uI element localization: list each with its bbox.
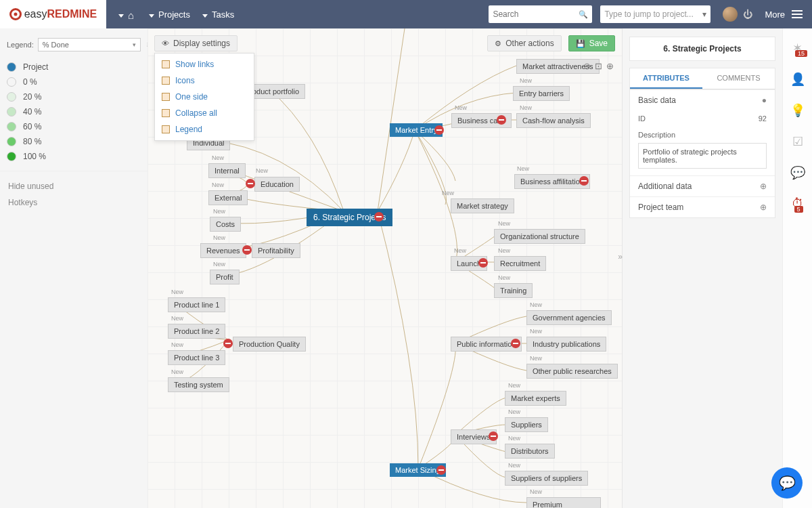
display-settings-button[interactable]: Display settings <box>154 35 238 51</box>
collapse-icon[interactable] <box>374 212 384 221</box>
expand-icon[interactable]: ⊕ <box>760 203 767 212</box>
collapse-icon[interactable] <box>242 245 252 255</box>
legend-dot <box>7 107 16 117</box>
mindmap-canvas[interactable]: Display settings Other actions Save Show… <box>148 28 622 508</box>
dropdown-item[interactable]: Collapse all <box>155 105 254 121</box>
node[interactable]: Organizational structure <box>494 229 585 244</box>
node[interactable]: Recruitment <box>494 256 546 271</box>
collapse-icon[interactable] <box>579 176 589 186</box>
collapse-icon[interactable] <box>436 465 446 475</box>
timer-icon[interactable]: ⏱5 <box>792 196 804 211</box>
power-icon[interactable] <box>738 9 752 20</box>
bulb-icon[interactable]: 💡 <box>790 103 805 118</box>
node[interactable]: Other public researches <box>526 364 618 379</box>
node[interactable]: Market strategy <box>451 198 514 213</box>
dropdown-item[interactable]: Show links <box>155 56 254 72</box>
node[interactable]: Market experts <box>505 391 566 406</box>
hotkeys[interactable]: Hotkeys <box>8 194 139 211</box>
dropdown-item-icon <box>162 93 170 101</box>
search-input[interactable] <box>493 9 579 19</box>
node[interactable]: Product line 2 <box>168 324 225 339</box>
node[interactable]: Internal <box>208 163 246 178</box>
nav-expand[interactable] <box>118 9 137 20</box>
legend-row: 60 % <box>7 119 141 134</box>
more-menu[interactable]: More <box>765 9 785 20</box>
chat-icon[interactable]: 💬 <box>790 165 805 180</box>
legend-row: 100 % <box>7 149 141 164</box>
section-team[interactable]: Project team⊕ <box>630 196 775 217</box>
status-label: New <box>213 208 225 215</box>
status-label: New <box>498 220 510 227</box>
collapse-icon[interactable] <box>511 339 520 348</box>
nav-projects[interactable]: Projects <box>149 9 190 20</box>
other-actions-button[interactable]: Other actions <box>487 35 561 51</box>
node[interactable]: Product line 3 <box>168 350 225 365</box>
node[interactable]: Suppliers of suppliers <box>505 471 588 486</box>
legend-select[interactable]: % Done <box>38 38 141 51</box>
node[interactable]: Product line 1 <box>168 297 225 312</box>
save-button[interactable]: Save <box>568 35 615 51</box>
status-label: New <box>517 165 529 172</box>
collapse-icon[interactable] <box>489 431 498 441</box>
collapse-icon[interactable] <box>434 125 444 135</box>
node[interactable]: Government agencies <box>526 310 612 325</box>
search-box[interactable] <box>489 5 592 23</box>
node[interactable]: External <box>208 190 248 205</box>
dropdown-item[interactable]: Legend <box>155 121 254 137</box>
activity-icon[interactable]: ✶15 <box>792 41 803 56</box>
expand-icon[interactable]: ⊕ <box>760 182 767 191</box>
tab-comments[interactable]: COMMENTS <box>702 68 775 89</box>
support-chat-fab[interactable]: 💬 <box>771 467 803 499</box>
nav-tasks[interactable]: Tasks <box>202 9 234 20</box>
zoom-out-icon[interactable]: ⊖ <box>583 61 591 71</box>
dropdown-item[interactable]: One side <box>155 89 254 105</box>
chevron-down-icon <box>149 9 154 20</box>
node[interactable]: Cash-flow analysis <box>516 113 591 128</box>
chevron-down-icon <box>118 9 124 20</box>
legend-list: Project0 %20 %40 %60 %80 %100 % <box>0 57 148 171</box>
node[interactable]: Distributors <box>505 444 555 459</box>
node[interactable]: Production Quality <box>233 337 306 352</box>
status-label: New <box>171 289 183 295</box>
status-label: New <box>498 274 510 281</box>
legend-dot <box>7 137 16 146</box>
description-box[interactable]: Portfolio of strategic projects template… <box>638 143 767 169</box>
logo[interactable]: easyREDMINE <box>0 0 106 28</box>
project-jump[interactable]: Type to jump to project... <box>600 5 710 23</box>
status-label: New <box>213 234 225 241</box>
node[interactable]: Costs <box>210 217 241 232</box>
node[interactable]: Industry publications <box>526 337 606 352</box>
node[interactable]: Suppliers <box>505 417 548 432</box>
zoom-fit-icon[interactable]: ⊡ <box>595 61 602 71</box>
node[interactable]: Entry barriers <box>513 86 570 101</box>
section-additional[interactable]: Additional data⊕ <box>630 175 775 196</box>
id-label: ID <box>638 114 646 123</box>
hide-unused[interactable]: Hide unused <box>8 178 139 194</box>
node[interactable]: Profitability <box>252 243 300 258</box>
dropdown-item[interactable]: Icons <box>155 72 254 89</box>
node[interactable]: Testing system <box>168 377 229 392</box>
collapse-icon[interactable]: ● <box>762 96 767 105</box>
node[interactable]: Education <box>254 177 300 192</box>
node[interactable]: Training <box>494 283 533 298</box>
node[interactable]: Revenues <box>200 243 246 258</box>
hamburger-icon[interactable] <box>792 10 803 18</box>
user-icon[interactable]: 👤 <box>790 72 805 87</box>
node[interactable]: Profit <box>210 270 240 284</box>
collapse-icon[interactable] <box>246 179 255 188</box>
zoom-in-icon[interactable]: ⊕ <box>606 61 614 71</box>
collapse-icon[interactable] <box>223 339 233 348</box>
checklist-icon[interactable]: ☑ <box>792 134 803 149</box>
node[interactable]: Premium enterprise accounting database <box>526 497 601 508</box>
section-basic[interactable]: Basic data● <box>630 89 775 110</box>
chevron-down-icon <box>202 9 208 20</box>
legend-text: 60 % <box>23 122 41 131</box>
search-icon[interactable] <box>579 9 588 19</box>
legend-row: 20 % <box>7 89 141 104</box>
tab-attributes[interactable]: ATTRIBUTES <box>630 68 702 89</box>
collapse-icon[interactable] <box>478 258 488 268</box>
avatar[interactable] <box>723 7 738 22</box>
legend-dot <box>7 92 16 102</box>
panel-expander[interactable]: » <box>618 252 623 261</box>
collapse-icon[interactable] <box>497 115 506 125</box>
